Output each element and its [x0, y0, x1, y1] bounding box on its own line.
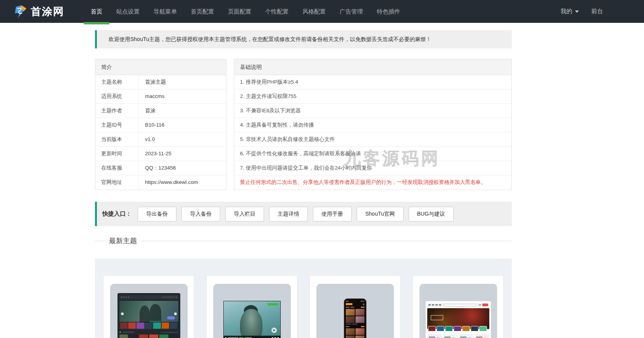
- theme-detail-button[interactable]: 主题详情: [269, 207, 308, 221]
- nav-item-home[interactable]: 首页: [84, 0, 109, 23]
- nav-item-page-config[interactable]: 页面配置: [221, 0, 258, 23]
- nav-item-home-config[interactable]: 首页配置: [184, 0, 221, 23]
- table-row: 当前版本 v1.0: [95, 132, 226, 147]
- license-warning: 禁止任何形式的二次出售、分享他人等侵害作者及正版用户的行为，一经发现取消授权资格…: [234, 175, 511, 190]
- theme-preview-image: [223, 301, 281, 338]
- nav-item-plugins[interactable]: 特色插件: [370, 0, 407, 23]
- main-nav: 首页 站点设置 导航菜单 首页配置 页面配置 个性配置 风格配置 广告管理 特色…: [84, 0, 407, 23]
- manual-button[interactable]: 使用手册: [313, 207, 352, 221]
- intro-panel-title: 简介: [95, 59, 226, 75]
- front-site-link[interactable]: 前台: [591, 8, 603, 15]
- player-controls: [224, 336, 280, 338]
- logo-icon: [13, 5, 27, 19]
- theme-preview-image: [117, 293, 180, 338]
- theme-card-mobile-app[interactable]: [309, 275, 401, 338]
- play-icon: [271, 328, 277, 333]
- nav-item-style-config[interactable]: 风格配置: [295, 0, 333, 23]
- note-item: 1. 推荐使用PHP版本≥5.4: [234, 75, 511, 89]
- my-dropdown[interactable]: 我的: [561, 8, 579, 15]
- intro-panel: 简介 主题名称 首涂主题 适用系统 maccms 主题作者 首涂 主题ID号 B…: [95, 59, 226, 190]
- nav-item-nav-menu[interactable]: 导航菜单: [147, 0, 184, 23]
- caret-down-icon: [575, 10, 579, 13]
- logo-text: 首涂网: [31, 5, 64, 19]
- note-item: 5. 非技术人员请勿私自修改主题核心文件: [234, 132, 511, 147]
- table-row: 主题名称 首涂主题: [95, 75, 226, 89]
- official-site-button[interactable]: ShouTu官网: [357, 207, 404, 221]
- welcome-notice: 欢迎使用ShouTu主题，您已获得授权使用本主题管理系统，在您配置或修改文件前请…: [95, 30, 512, 48]
- quick-entry-bar: 快捷入口： 导出备份 导入备份 导入栏目 主题详情 使用手册 ShouTu官网 …: [95, 202, 512, 226]
- latest-themes-band: [95, 259, 512, 338]
- quick-entry-label: 快捷入口：: [102, 210, 131, 218]
- site-logo[interactable]: 首涂网: [13, 5, 64, 19]
- note-item: 7. 使用中出现问题请提交工单，我们会在24小时内回复你: [234, 161, 511, 175]
- theme-preview-image: [344, 299, 366, 338]
- theme-card-dark-movie-site[interactable]: [103, 275, 194, 338]
- table-row: 适用系统 maccms: [95, 89, 226, 104]
- nav-item-ad-manage[interactable]: 广告管理: [333, 0, 370, 23]
- note-item: 3. 不兼容IE8及以下浏览器: [234, 104, 511, 118]
- import-columns-button[interactable]: 导入栏目: [225, 207, 264, 221]
- theme-card-video-player[interactable]: [206, 275, 297, 338]
- theme-preview-frame: [420, 284, 497, 338]
- notes-panel: 基础说明 1. 推荐使用PHP版本≥5.4 2. 主题文件读写权限755 3. …: [234, 59, 512, 190]
- nav-item-personal-config[interactable]: 个性配置: [258, 0, 295, 23]
- theme-preview-frame: [110, 284, 188, 338]
- table-row: 主题作者 首涂: [95, 104, 226, 118]
- note-item: 6. 不提供个性化修改服务，高端定制请联系客服洽谈: [234, 147, 511, 161]
- divider-line: [95, 241, 104, 241]
- table-row: 在线客服 QQ：123456: [95, 161, 226, 175]
- table-row-website: 官网地址 https://www.dkewl.com: [95, 175, 226, 190]
- divider-line: [142, 241, 512, 241]
- player-watermark-mark: [268, 303, 278, 305]
- note-item: 4. 主题具备可复制性，请勿传播: [234, 118, 511, 132]
- table-row: 主题ID号 B10-116: [95, 118, 226, 132]
- table-row: 更新时间 2023-11-25: [95, 147, 226, 161]
- nav-item-site-settings[interactable]: 站点设置: [109, 0, 147, 23]
- theme-preview-frame: [213, 284, 291, 338]
- website-url: https://www.dkewl.com: [139, 175, 198, 190]
- theme-card-light-game-site[interactable]: [413, 275, 504, 338]
- notes-panel-title: 基础说明: [234, 59, 511, 75]
- theme-preview-frame: [316, 284, 394, 338]
- welcome-notice-text: 欢迎使用ShouTu主题，您已获得授权使用本主题管理系统，在您配置或修改文件前请…: [109, 36, 432, 42]
- import-backup-button[interactable]: 导入备份: [181, 207, 220, 221]
- note-item: 2. 主题文件读写权限755: [234, 89, 511, 104]
- latest-themes-heading: 最新主题: [95, 236, 512, 245]
- play-icon: [225, 337, 227, 338]
- export-backup-button[interactable]: 导出备份: [138, 207, 176, 221]
- theme-preview-image: [425, 301, 491, 338]
- bug-suggest-button[interactable]: BUG与建议: [409, 207, 454, 221]
- top-navbar: 首涂网 首页 站点设置 导航菜单 首页配置 页面配置 个性配置 风格配置 广告管…: [0, 0, 644, 23]
